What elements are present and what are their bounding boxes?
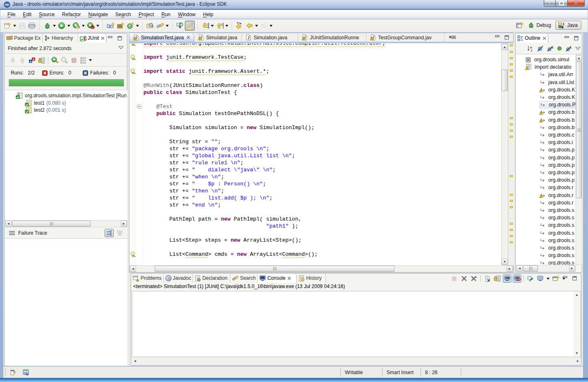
print-icon[interactable]	[27, 21, 37, 31]
pin-icon[interactable]	[526, 274, 535, 283]
hide-local-icon[interactable]: L	[565, 46, 572, 52]
debug-dropdown-icon[interactable]	[52, 21, 57, 31]
folding-ruler[interactable]	[136, 43, 143, 265]
console-tab-problems[interactable]: Problems	[131, 274, 164, 283]
menu-project[interactable]: Project	[135, 11, 158, 18]
scroll-down-icon[interactable]: ▼	[502, 259, 508, 265]
save-icon[interactable]	[17, 21, 27, 31]
scroll-left-icon[interactable]: ◄	[5, 221, 12, 227]
rerun-failed-icon[interactable]	[60, 56, 69, 65]
next-annotation-dropdown-icon[interactable]	[210, 21, 215, 31]
open-task-icon[interactable]	[175, 21, 185, 31]
minimize-view-icon[interactable]	[562, 276, 568, 281]
scroll-down-icon[interactable]: ▼	[574, 350, 580, 356]
warning-annotation-icon[interactable]	[130, 251, 136, 257]
menu-navigate[interactable]: Navigate	[84, 11, 111, 18]
sort-icon[interactable]: az	[527, 45, 534, 52]
view-tab-outline[interactable]: Outline	[516, 34, 548, 43]
outline-item[interactable]: org.drools.P	[539, 101, 576, 108]
clear-icon[interactable]	[483, 274, 492, 283]
overview-warning-marker[interactable]	[510, 200, 513, 202]
console-vertical-scrollbar[interactable]: ▲ ▼	[574, 292, 580, 356]
outline-item[interactable]: org.drools.s	[539, 214, 576, 221]
outline-item[interactable]: org.drools.r	[539, 184, 576, 191]
next-failure-icon[interactable]	[8, 56, 18, 65]
menu-source[interactable]: Source	[35, 11, 58, 18]
scroll-right-icon[interactable]: ►	[575, 358, 581, 364]
outline-item[interactable]: org.drools.K	[539, 94, 576, 101]
view-tab-junit[interactable]: JUnit	[78, 34, 107, 43]
overview-ruler[interactable]	[508, 43, 514, 265]
scroll-up-icon[interactable]: ▲	[576, 55, 582, 61]
scroll-left-icon[interactable]: ◄	[132, 358, 138, 364]
outline-item[interactable]: org.drools.p	[539, 176, 576, 184]
rerun-icon[interactable]	[50, 56, 60, 65]
search-dropdown-icon[interactable]	[165, 21, 170, 31]
outline-item[interactable]: org.drools.c	[539, 131, 576, 139]
overview-warning-marker[interactable]	[510, 57, 513, 59]
console-tab-history[interactable]: History	[297, 274, 326, 283]
outline-item[interactable]: org.drools.b	[539, 116, 576, 124]
maximize-view-icon[interactable]	[117, 36, 123, 41]
close-tab-icon[interactable]	[101, 36, 105, 40]
remove-all-icon[interactable]	[470, 274, 478, 283]
open-console-icon[interactable]	[552, 274, 560, 283]
outline-item[interactable]: org.drools.p	[539, 169, 576, 176]
outline-item[interactable]: org.drools.p	[539, 154, 576, 161]
title-bar[interactable]: Java - drools-simulator/src/main/java/or…	[0, 0, 588, 10]
minimize-view-icon[interactable]	[564, 36, 570, 41]
menu-search[interactable]: Search	[112, 11, 135, 18]
editor-tab-simulator-java[interactable]: JSimulator.java	[194, 33, 242, 42]
junit-tree-item[interactable]: org.drools.simulation.impl.SimulationTes…	[16, 92, 127, 99]
overview-warning-marker[interactable]	[510, 123, 513, 125]
outline-item[interactable]: org.drools.simul	[525, 56, 576, 63]
forward-dropdown-icon[interactable]	[269, 21, 273, 31]
overview-warning-marker[interactable]	[510, 235, 513, 237]
overview-warning-marker[interactable]	[510, 76, 513, 78]
overview-warning-marker[interactable]	[510, 70, 513, 72]
history-icon[interactable]	[79, 56, 88, 65]
console-tab-javadoc[interactable]: @Javadoc	[164, 274, 194, 283]
maximize-view-icon[interactable]	[571, 276, 578, 281]
search-icon[interactable]	[155, 21, 165, 31]
fold-collapse-icon[interactable]	[137, 104, 141, 109]
junit-tree-item[interactable]: test1 (0.080 s)	[25, 99, 66, 107]
external-tools-dropdown-icon[interactable]	[96, 21, 100, 31]
outline-item[interactable]: org.drools.r	[539, 199, 576, 207]
overview-warning-marker[interactable]	[510, 206, 513, 208]
menu-run[interactable]: Run	[158, 11, 174, 18]
outline-item[interactable]: org.drools.p	[539, 146, 576, 154]
prev-annotation-dropdown-icon[interactable]	[225, 21, 229, 31]
console-horizontal-scrollbar[interactable]: ◄ ►	[132, 358, 581, 364]
view-menu-icon[interactable]	[118, 46, 124, 49]
open-perspective-icon[interactable]	[516, 22, 523, 29]
new-wizard-dropdown-icon[interactable]	[12, 21, 17, 31]
last-edit-location-icon[interactable]	[234, 21, 244, 31]
overview-warning-marker[interactable]	[510, 130, 513, 132]
run-icon[interactable]	[57, 21, 67, 31]
outline-horizontal-scrollbar[interactable]: ◄ ►	[516, 265, 576, 272]
editor-tab-testgroupcommand-jav[interactable]: JTestGroupCommand.jav	[366, 33, 445, 42]
scroll-left-icon[interactable]: ◄	[516, 265, 523, 271]
new-wizard-icon[interactable]	[2, 21, 12, 31]
run-history-dropdown-icon[interactable]	[81, 21, 86, 31]
fastview-icon[interactable]	[10, 369, 17, 376]
outline-item[interactable]: org.drools.K	[539, 86, 576, 94]
outline-item[interactable]: org.drools.s	[539, 237, 576, 244]
junit-tree-item[interactable]: test2 (0.001 s)	[25, 106, 66, 114]
scroll-lock-icon[interactable]	[37, 56, 46, 65]
run-history-icon[interactable]	[71, 21, 81, 31]
close-tab-icon[interactable]	[186, 36, 190, 39]
close-tab-icon[interactable]	[287, 276, 291, 280]
console-tab-console[interactable]: Console	[258, 274, 297, 283]
history-dropdown-icon[interactable]	[88, 55, 93, 65]
prev-annotation-icon[interactable]	[215, 21, 225, 31]
outline-item[interactable]: java.util.List	[539, 79, 576, 86]
outline-item[interactable]: import declaratio	[525, 63, 576, 71]
scroll-lock-icon[interactable]	[493, 274, 502, 283]
forward-icon[interactable]	[259, 21, 269, 31]
stdout-lock-icon[interactable]	[503, 274, 512, 283]
outline-item[interactable]: org.drools.s	[539, 252, 576, 259]
new-class-dropdown-icon[interactable]	[135, 21, 140, 31]
outline-item[interactable]: java.util.Arr	[539, 71, 576, 78]
